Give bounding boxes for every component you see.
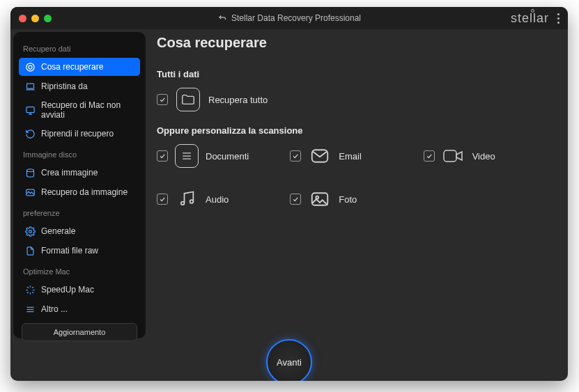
sidebar-item-more[interactable]: Altro ... (19, 300, 140, 318)
sidebar-item-label: Riprendi il recupero (41, 129, 114, 139)
page-title: Cosa recuperare (157, 35, 557, 51)
checkbox-photo[interactable] (290, 194, 301, 205)
laptop-icon (24, 81, 36, 92)
sidebar-item-label: Cosa recuperare (41, 62, 103, 72)
gear-icon (24, 226, 36, 237)
option-email: Email (290, 144, 423, 168)
svg-point-6 (29, 230, 31, 233)
sidebar-item-label: Recupero da immagine (41, 187, 128, 197)
refresh-icon (24, 128, 36, 139)
sidebar-header-optimize: Optimize Mac (17, 265, 141, 279)
checkbox-recover-all[interactable] (157, 94, 168, 105)
target-icon (24, 61, 36, 72)
sidebar-item-what-recover[interactable]: Cosa recuperare (19, 58, 140, 76)
close-window-button[interactable] (19, 15, 26, 22)
sidebar-item-label: Recupero di Mac non avviati (41, 100, 134, 120)
option-label: Email (339, 151, 362, 162)
sidebar-header-diskimage: Immagine disco (17, 148, 141, 162)
titlebar: Stellar Data Recovery Professional stell… (10, 7, 568, 29)
more-menu-button[interactable] (557, 13, 559, 24)
svg-rect-13 (312, 150, 328, 162)
sidebar-item-label: Crea immagine (41, 168, 98, 178)
sidebar-item-label: Altro ... (41, 304, 68, 314)
app-title: Stellar Data Recovery Professional (231, 13, 361, 23)
video-icon (442, 144, 465, 168)
sidebar-item-recover-from-image[interactable]: Recupero da immagine (19, 183, 140, 201)
option-documents: Documenti (157, 144, 290, 168)
next-button[interactable]: Avanti (266, 339, 312, 381)
window-controls (19, 15, 52, 22)
section-all-data: Tutti i dati (157, 69, 557, 79)
menu-icon (24, 304, 36, 315)
sidebar-item-general[interactable]: Generale (19, 222, 140, 240)
checkbox-documents[interactable] (157, 150, 168, 162)
disk-icon (24, 167, 36, 178)
sidebar-item-label: Formati file raw (41, 246, 98, 256)
svg-point-4 (26, 168, 33, 171)
brand-logo: stellar (511, 11, 549, 26)
sidebar-header-recovery: Recupero dati (17, 42, 141, 56)
option-label: Video (472, 151, 495, 162)
minimize-window-button[interactable] (31, 15, 39, 22)
next-button-label: Avanti (277, 357, 302, 368)
photo-icon (308, 187, 332, 211)
checkbox-audio[interactable] (157, 194, 168, 205)
section-custom-scan: Oppure personalizza la scansione (157, 125, 557, 136)
checkbox-email[interactable] (290, 150, 301, 162)
speed-icon (24, 284, 36, 295)
image-recover-icon (24, 187, 36, 198)
app-window: Stellar Data Recovery Professional stell… (10, 7, 568, 381)
file-icon (24, 245, 36, 256)
option-label-recover-all: Recupera tutto (208, 95, 268, 105)
sidebar-header-preferences: preferenze (17, 206, 141, 220)
sidebar-item-restore-from[interactable]: Ripristina da (19, 77, 140, 95)
svg-rect-2 (26, 84, 33, 88)
email-icon (308, 144, 332, 168)
update-button[interactable]: Aggiornamento (22, 323, 137, 341)
sidebar-item-raw-formats[interactable]: Formati file raw (19, 242, 140, 260)
sidebar-item-create-image[interactable]: Crea immagine (19, 164, 140, 182)
option-video: Video (424, 144, 557, 168)
sidebar-item-nonboot-mac[interactable]: Recupero di Mac non avviati (19, 97, 140, 123)
back-icon (217, 13, 227, 23)
option-photo: Foto (290, 187, 423, 211)
sidebar-item-label: Ripristina da (41, 81, 88, 91)
screen-icon (24, 104, 36, 116)
option-label: Audio (206, 194, 229, 205)
svg-point-15 (181, 202, 185, 205)
svg-rect-3 (26, 107, 33, 112)
svg-point-0 (26, 63, 33, 70)
folder-icon (176, 88, 200, 111)
svg-point-16 (190, 200, 194, 203)
sidebar-item-label: SpeedUp Mac (41, 285, 94, 295)
sidebar: Recupero dati Cosa recuperare Ripristina… (13, 32, 146, 338)
maximize-window-button[interactable] (44, 15, 52, 22)
option-label: Foto (339, 194, 357, 205)
option-label: Documenti (206, 151, 249, 162)
main-panel: Cosa recuperare Tutti i dati Recupera tu… (157, 35, 557, 339)
svg-rect-14 (444, 150, 456, 162)
document-icon (175, 144, 199, 168)
sidebar-item-speedup[interactable]: SpeedUp Mac (19, 281, 140, 299)
audio-icon (175, 187, 199, 211)
sidebar-item-resume[interactable]: Riprendi il recupero (19, 125, 140, 143)
sidebar-item-label: Generale (41, 226, 75, 236)
checkbox-video[interactable] (424, 150, 435, 162)
option-audio: Audio (157, 187, 290, 211)
svg-point-1 (29, 65, 32, 69)
